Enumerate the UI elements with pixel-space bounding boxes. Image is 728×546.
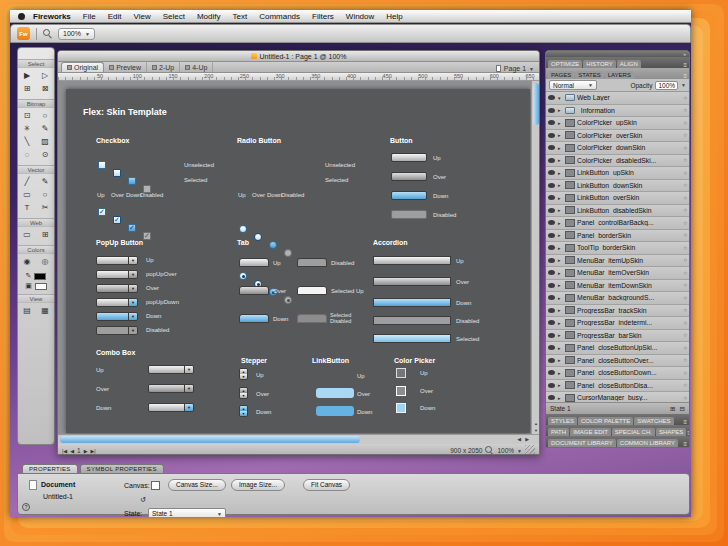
tab-history[interactable]: HISTORY: [583, 60, 615, 68]
window-resize-grip[interactable]: [525, 445, 535, 456]
vertical-scroll-thumb[interactable]: [533, 83, 539, 125]
disclosure-icon[interactable]: ▸: [558, 170, 563, 176]
visibility-eye-icon[interactable]: [548, 270, 555, 275]
disclosure-icon[interactable]: ▸: [558, 157, 563, 163]
layer-row-menubar-itemdownskin[interactable]: ▸MenuBar_itemDownSkin○: [546, 280, 689, 293]
layer-select-icon[interactable]: ○: [683, 195, 687, 201]
magic-wand-tool-icon[interactable]: ✳: [21, 123, 33, 135]
tab-layers[interactable]: LAYERS: [605, 71, 634, 79]
vertical-scrollbar[interactable]: ▲ ▼: [531, 81, 539, 434]
visibility-eye-icon[interactable]: [548, 158, 555, 163]
disclosure-icon[interactable]: ▸: [558, 245, 563, 251]
layer-select-icon[interactable]: ○: [683, 357, 687, 363]
tab-states[interactable]: STATES: [575, 71, 603, 79]
layer-select-icon[interactable]: ○: [683, 145, 687, 151]
page-selector[interactable]: Page 1 ▼: [496, 65, 536, 72]
paint-bucket-tool-icon[interactable]: ◎: [39, 256, 51, 268]
layer-select-icon[interactable]: ○: [683, 257, 687, 263]
disclosure-icon[interactable]: ▸: [558, 207, 563, 213]
knife-tool-icon[interactable]: ✂: [39, 202, 51, 214]
visibility-eye-icon[interactable]: [548, 133, 555, 138]
visibility-eye-icon[interactable]: [548, 120, 555, 125]
layer-select-icon[interactable]: ○: [683, 270, 687, 276]
canvas-size-button[interactable]: Canvas Size...: [168, 479, 226, 491]
hotspot-tool-icon[interactable]: ⊞: [39, 229, 51, 241]
disclosure-icon[interactable]: ▸: [558, 320, 563, 326]
disclosure-icon[interactable]: ▸: [558, 345, 563, 351]
stroke-color-icon[interactable]: ✎: [26, 272, 32, 280]
layer-select-icon[interactable]: ○: [683, 307, 687, 313]
layer-select-icon[interactable]: ○: [683, 320, 687, 326]
layer-row-colorpicker-overskin[interactable]: ▸ColorPicker_overSkin○: [546, 130, 689, 143]
disclosure-icon[interactable]: ▸: [558, 132, 563, 138]
delete-layer-icon[interactable]: ⊟: [680, 405, 685, 413]
horizontal-scrollbar[interactable]: ◀ ▶: [58, 434, 539, 444]
visibility-eye-icon[interactable]: [548, 220, 555, 225]
disclosure-icon[interactable]: ▸: [558, 145, 563, 151]
visibility-eye-icon[interactable]: [548, 333, 555, 338]
line-tool-icon[interactable]: ╱: [21, 176, 33, 188]
subselection-tool-icon[interactable]: ▷: [39, 70, 51, 82]
zoom-magnifier-icon[interactable]: [43, 29, 52, 38]
rectangle-tool-icon[interactable]: ▭: [21, 189, 33, 201]
layer-select-icon[interactable]: ○: [683, 282, 687, 288]
tab-swatches[interactable]: SWATCHES: [634, 417, 673, 425]
layer-row-menubar-backgrounds[interactable]: ▸MenuBar_backgroundS...○: [546, 292, 689, 305]
layer-row-colorpicker-downskin[interactable]: ▸ColorPicker_downSkin○: [546, 142, 689, 155]
layer-select-icon[interactable]: ○: [683, 170, 687, 176]
rubber-stamp-tool-icon[interactable]: ⊙: [39, 149, 51, 161]
last-state-icon[interactable]: ▶|: [91, 448, 96, 454]
opacity-slider-icon[interactable]: ▼: [681, 82, 686, 88]
fit-canvas-button[interactable]: Fit Canvas: [303, 479, 350, 491]
visibility-eye-icon[interactable]: [548, 308, 555, 313]
visibility-eye-icon[interactable]: [548, 208, 555, 213]
tab-preview[interactable]: Preview: [104, 62, 147, 72]
visibility-eye-icon[interactable]: [548, 233, 555, 238]
layer-select-icon[interactable]: ○: [683, 345, 687, 351]
menu-window[interactable]: Window: [340, 12, 380, 21]
layer-select-icon[interactable]: ○: [683, 232, 687, 238]
scroll-left-icon[interactable]: ◀: [517, 436, 521, 442]
fireworks-app-icon[interactable]: Fw: [17, 27, 30, 40]
ellipse-tool-icon[interactable]: ○: [39, 189, 51, 201]
layer-row-web-layer[interactable]: ▾Web Layer○: [546, 92, 689, 105]
menu-commands[interactable]: Commands: [253, 12, 306, 21]
layer-select-icon[interactable]: ○: [683, 245, 687, 251]
blur-tool-icon[interactable]: ◌: [21, 149, 33, 161]
scroll-down-icon[interactable]: ▼: [532, 428, 539, 433]
canvas-color-swatch[interactable]: [151, 481, 160, 490]
panel-help-icon[interactable]: ?: [22, 503, 30, 511]
disclosure-icon[interactable]: ▸: [558, 270, 563, 276]
layer-select-icon[interactable]: ○: [683, 182, 687, 188]
tab-color-palette[interactable]: COLOR PALETTE: [578, 417, 633, 425]
scroll-right-icon[interactable]: ▶: [525, 436, 529, 442]
scale-tool-icon[interactable]: ⊞: [21, 83, 33, 95]
tab-pages[interactable]: PAGES: [548, 71, 574, 79]
opacity-input[interactable]: 100%: [655, 81, 678, 90]
tab-special-ch[interactable]: SPECIAL CH.: [612, 428, 655, 436]
disclosure-icon[interactable]: ▸: [558, 382, 563, 388]
disclosure-icon[interactable]: ▸: [558, 295, 563, 301]
status-zoom-value[interactable]: 100%: [497, 447, 514, 454]
layer-row-cursormanager-busy[interactable]: ▸CursorManager_busy...○: [546, 392, 689, 402]
disclosure-icon[interactable]: ▸: [558, 120, 563, 126]
marquee-tool-icon[interactable]: ⊡: [21, 110, 33, 122]
eyedropper-tool-icon[interactable]: ◉: [21, 256, 33, 268]
menu-modify[interactable]: Modify: [191, 12, 227, 21]
disclosure-icon[interactable]: ▸: [558, 232, 563, 238]
scroll-up-icon[interactable]: ▲: [532, 421, 539, 426]
eraser-tool-icon[interactable]: ▨: [39, 136, 51, 148]
document-title-bar[interactable]: Untitled-1 : Page 1 @ 100%: [58, 51, 539, 62]
lasso-tool-icon[interactable]: ○: [39, 110, 51, 122]
visibility-eye-icon[interactable]: [548, 370, 555, 375]
layer-row-panel-closebuttondisa[interactable]: ▸Panel_closeButtonDisa...○: [546, 380, 689, 393]
disclosure-icon[interactable]: ▸: [558, 307, 563, 313]
tab-2up[interactable]: 2-Up: [147, 62, 180, 72]
layer-select-icon[interactable]: ○: [683, 95, 687, 101]
layer-row-panel-closebuttonover[interactable]: ▸Panel_closeButtonOver...○: [546, 355, 689, 368]
visibility-eye-icon[interactable]: [548, 345, 555, 350]
menu-filters[interactable]: Filters: [306, 12, 340, 21]
layer-row-panel-controlbarbackg[interactable]: ▸Panel_controlBarBackg...○: [546, 217, 689, 230]
hand-tool-icon[interactable]: ▦: [39, 305, 51, 317]
tab-path[interactable]: PATH: [548, 428, 569, 436]
